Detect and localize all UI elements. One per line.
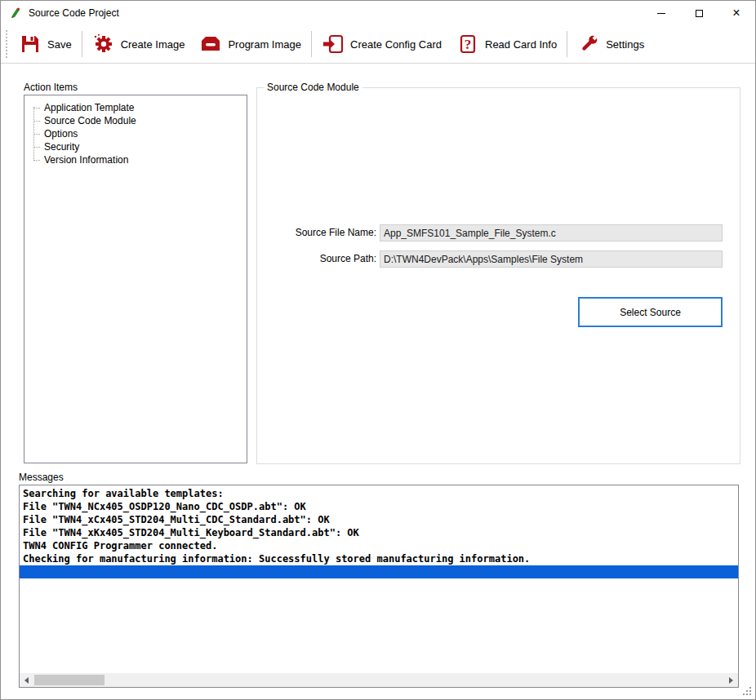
program-image-label: Program Image: [228, 38, 301, 51]
message-line[interactable]: File "TWN4_NCx405_OSDP120_Nano_CDC_OSDP.…: [20, 500, 738, 513]
minimize-icon: [657, 13, 665, 14]
arrow-into-card-icon: [322, 33, 345, 55]
scrollbar-thumb[interactable]: [34, 675, 105, 685]
resize-grip[interactable]: [741, 685, 753, 697]
source-code-module-group-label: Source Code Module: [264, 82, 362, 93]
window-controls: ×: [643, 1, 755, 25]
app-icon: [9, 7, 22, 20]
scroll-right-button[interactable]: [724, 673, 738, 687]
create-image-label: Create Image: [121, 38, 185, 51]
program-image-button[interactable]: Program Image: [192, 29, 309, 59]
tree-item-source-code-module[interactable]: Source Code Module: [29, 114, 247, 127]
toolbar-grip[interactable]: [6, 30, 7, 58]
messages-label: Messages: [19, 472, 64, 483]
source-file-name-label: Source File Name:: [257, 224, 376, 241]
question-card-icon: ?: [456, 33, 479, 55]
horizontal-scrollbar[interactable]: [20, 673, 738, 687]
settings-label: Settings: [606, 38, 644, 51]
source-code-module-group: Source Code Module Source File Name: Sou…: [256, 87, 740, 464]
message-line[interactable]: File "TWN4_xCx405_STD204_Multi_CDC_Stand…: [20, 513, 738, 526]
tree-item-security[interactable]: Security: [29, 140, 247, 153]
minimize-button[interactable]: [643, 1, 680, 25]
create-image-button[interactable]: Create Image: [85, 29, 193, 59]
scroll-left-button[interactable]: [20, 673, 33, 687]
close-icon: ×: [732, 7, 740, 20]
toolbar-separator: [567, 31, 567, 57]
source-path-input[interactable]: [380, 250, 723, 268]
messages-list: Searching for available templates: File …: [19, 485, 739, 688]
maximize-button[interactable]: [680, 1, 718, 25]
save-button[interactable]: Save: [11, 29, 79, 59]
save-icon: [19, 33, 42, 55]
window-title: Source Code Project: [29, 7, 119, 19]
create-config-card-label: Create Config Card: [350, 38, 442, 51]
scroll-right-icon: [729, 677, 733, 684]
selected-message-row[interactable]: [20, 565, 738, 578]
select-source-button[interactable]: Select Source: [578, 297, 723, 327]
save-label: Save: [47, 38, 72, 51]
action-items-label: Action Items: [24, 82, 78, 93]
wrench-icon: [577, 33, 600, 55]
action-items-tree: Application Template Source Code Module …: [24, 95, 247, 463]
read-card-info-label: Read Card Info: [485, 38, 557, 51]
source-file-name-input[interactable]: [380, 224, 723, 241]
tree-item-options[interactable]: Options: [29, 127, 247, 140]
close-button[interactable]: ×: [718, 1, 755, 25]
create-config-card-button[interactable]: Create Config Card: [314, 29, 449, 59]
tree-connector-line: [33, 107, 34, 161]
toolbar-separator: [311, 31, 312, 57]
message-line[interactable]: File "TWN4_xKx405_STD204_Multi_Keyboard_…: [20, 526, 738, 539]
read-card-info-button[interactable]: ? Read Card Info: [449, 29, 564, 59]
card-tray-icon: [199, 33, 222, 55]
message-line[interactable]: Checking for manufacturing information: …: [20, 552, 738, 565]
titlebar: Source Code Project ×: [1, 1, 755, 25]
maximize-icon: [696, 10, 703, 17]
scroll-left-icon: [24, 677, 29, 684]
message-line[interactable]: TWN4 CONFIG Programmer connected.: [20, 539, 738, 552]
message-line[interactable]: Searching for available templates:: [20, 487, 738, 500]
settings-button[interactable]: Settings: [570, 29, 651, 59]
toolbar-separator: [82, 31, 82, 57]
app-window: Source Code Project × Save: [0, 0, 756, 700]
source-path-label: Source Path:: [257, 250, 376, 268]
svg-text:?: ?: [465, 37, 472, 52]
gear-icon: [92, 33, 115, 55]
tree-item-application-template[interactable]: Application Template: [29, 101, 247, 114]
tree-item-version-information[interactable]: Version Information: [29, 153, 247, 166]
toolbar: Save Create Image: [1, 25, 755, 64]
